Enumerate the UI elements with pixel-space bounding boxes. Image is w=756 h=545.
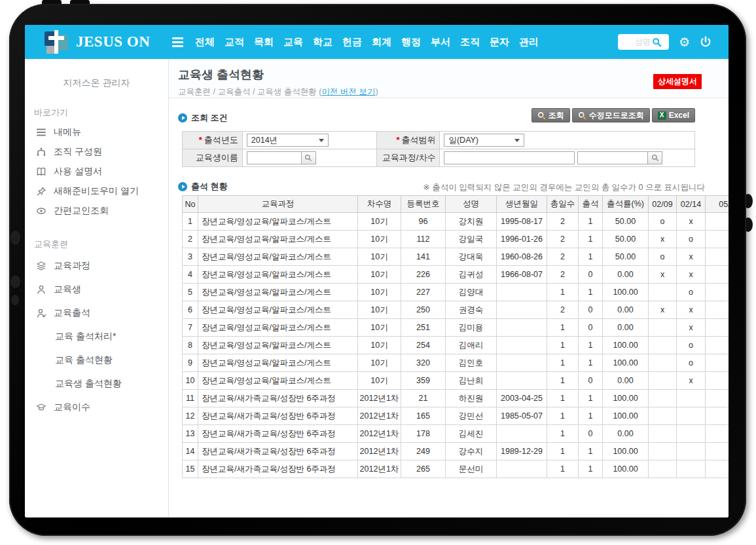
table-row[interactable]: 4 장년교육/영성교육/알파코스/게스트 10기 226 김귀성 1966-08… [183,266,729,284]
cell-date3-mark [706,425,729,443]
cell-date1-mark: o [649,248,677,266]
cell-course: 장년교육/새가족교육/성장반 6주과정 [198,407,358,425]
sidebar-item-label: 교육출석 [54,307,90,319]
table-row[interactable]: 6 장년교육/영성교육/알파코스/게스트 10기 250 권경숙 2 0 0. [183,301,729,319]
nav-item[interactable]: 조직 [460,36,480,48]
cell-name: 김귀성 [446,266,497,284]
course-search-button[interactable] [648,151,662,164]
nav-item[interactable]: 관리 [519,36,539,48]
sidebar-item-newyear-helper[interactable]: 새해준비도우미 열기 [25,181,168,201]
table-row[interactable]: 9 장년교육/영성교육/알파코스/게스트 10기 320 김인호 1 1 10 [183,354,729,372]
sidebar-item-my-menu[interactable]: 내메뉴 [25,122,168,142]
cell-date3-mark [706,248,729,266]
nav-item[interactable]: 행정 [401,36,421,48]
nav-item[interactable]: 학교 [313,36,333,48]
table-row[interactable]: 12 장년교육/새가족교육/성장반 6주과정 2012년1차 165 강민선 1… [183,407,729,425]
table-row[interactable]: 5 장년교육/영성교육/알파코스/게스트 10기 227 김양대 1 1 10 [183,284,729,301]
table-row[interactable]: 8 장년교육/영성교육/알파코스/게스트 10기 254 김애리 1 1 10 [183,337,729,354]
org-chart-icon [36,147,46,157]
course-field-cell [440,149,695,167]
cell-rate: 100.00 [603,284,649,301]
course-round-input[interactable] [577,151,648,164]
nav-item[interactable]: 전체 [195,36,215,48]
attendance-table-body: 1 장년교육/영성교육/알파코스/게스트 10기 96 강치원 1995-08-… [183,213,729,478]
excel-button[interactable]: X Excel [652,108,695,122]
sidebar-item-student[interactable]: 교육생 [25,278,168,301]
edit-mode-search-button[interactable]: 수정모드로조회 [572,108,650,122]
hamburger-menu-icon[interactable] [172,37,183,47]
col-no: No [183,196,198,213]
cell-no: 10 [183,372,198,390]
table-row[interactable]: 3 장년교육/영성교육/알파코스/게스트 10기 141 강대욱 1960-08… [183,248,729,266]
sidebar-item-student-attendance-status[interactable]: 교육생 출석현황 [25,372,168,396]
sidebar-item-user-manual[interactable]: 사용 설명서 [25,162,168,181]
student-name-search-button[interactable] [302,151,316,164]
sidebar-item-attendance-process[interactable]: 교육 출석처리* [25,325,168,348]
nav-item[interactable]: 교육 [283,36,303,48]
table-row[interactable]: 11 장년교육/새가족교육/성장반 6주과정 2012년1차 21 하진원 20… [183,390,729,407]
search-icon[interactable] [652,37,662,47]
chevron-down-icon [514,139,520,142]
cell-name: 강수지 [446,443,497,460]
nav-item[interactable]: 문자 [490,36,509,48]
cell-regno: 141 [401,248,446,266]
cell-attended: 1 [579,231,603,248]
col-name: 성명 [446,196,497,213]
search-button[interactable]: 조회 [531,108,570,122]
tablet-frame: JESUS ON 전체교적목회교육학교헌금회계행정부서조직문자관리 ⚙ [9,4,746,536]
course-input[interactable] [444,151,575,164]
cell-round: 10기 [358,372,401,390]
chevron-down-icon [319,139,324,142]
table-row[interactable]: 15 장년교육/새가족교육/성장반 6주과정 2012년1차 265 문선미 1… [183,460,729,478]
cell-date1-mark [649,372,677,390]
detail-manual-button[interactable]: 상세설명서 [653,74,702,89]
table-row[interactable]: 7 장년교육/영성교육/알파코스/게스트 10기 251 김미용 1 0 0. [183,319,729,337]
sidebar-item-org-members[interactable]: 조직 구성원 [25,142,168,162]
sidebar-item-label: 새해준비도우미 열기 [54,185,139,197]
cell-attended: 1 [579,460,603,478]
sidebar-item-quick-member-search[interactable]: 간편교인조회 [25,201,168,221]
name-search-input[interactable] [623,37,652,47]
table-row[interactable]: 1 장년교육/영성교육/알파코스/게스트 10기 96 강치원 1995-08-… [183,213,729,231]
blue-play-icon [178,113,187,122]
sidebar-item-attendance[interactable]: 교육출석 [25,301,168,325]
year-select[interactable]: 2014년 [247,134,329,147]
student-name-input[interactable] [247,151,302,164]
table-row[interactable]: 13 장년교육/새가족교육/성장반 6주과정 2012년1차 178 김세진 1… [183,425,729,443]
nav-item[interactable]: 회계 [372,36,391,48]
cell-date2-mark [677,460,706,478]
page-title: 교육생 출석현황 [178,67,719,83]
cell-total-days: 1 [547,407,579,425]
cell-attended: 1 [579,390,603,407]
sidebar-item-attendance-status[interactable]: 교육 출석현황 [25,348,168,372]
cell-attended: 1 [579,337,603,354]
cell-rate: 0.00 [603,301,649,319]
cell-date3-mark [706,354,729,372]
cell-birth: 1960-08-26 [497,248,547,266]
cell-round: 2012년1차 [358,460,401,478]
top-navigation-bar: JESUS ON 전체교적목회교육학교헌금회계행정부서조직문자관리 ⚙ [25,25,729,59]
sidebar-item-label: 교육 출석현황 [55,354,113,366]
range-select[interactable]: 일(DAY) [444,134,524,147]
cell-course: 장년교육/새가족교육/성장반 6주과정 [198,460,358,478]
nav-item[interactable]: 교적 [225,36,244,48]
app-logo[interactable]: JESUS ON [45,30,172,54]
cell-date3-mark [706,460,729,478]
nav-item[interactable]: 헌금 [342,36,362,48]
cell-regno: 249 [401,443,446,460]
table-row[interactable]: 2 장년교육/영성교육/알파코스/게스트 10기 112 강일국 1996-01… [183,231,729,248]
previous-version-link[interactable]: 이전 버전 보기 [321,87,375,96]
cell-course: 장년교육/영성교육/알파코스/게스트 [198,248,358,266]
cell-name: 김양대 [446,284,497,301]
settings-gear-icon[interactable]: ⚙ [679,36,690,48]
sidebar-item-completion[interactable]: 교육이수 [25,396,168,419]
table-row[interactable]: 10 장년교육/영성교육/알파코스/게스트 10기 359 김난희 1 0 0 [183,372,729,390]
cell-birth: 1989-12-29 [497,443,547,460]
table-row[interactable]: 14 장년교육/새가족교육/성장반 6주과정 2012년1차 249 강수지 1… [183,443,729,460]
cell-birth [497,372,547,390]
nav-item[interactable]: 목회 [254,36,274,48]
power-icon[interactable] [700,36,711,48]
name-search-box[interactable] [618,34,669,50]
nav-item[interactable]: 부서 [431,36,450,48]
sidebar-item-course[interactable]: 교육과정 [25,254,168,278]
